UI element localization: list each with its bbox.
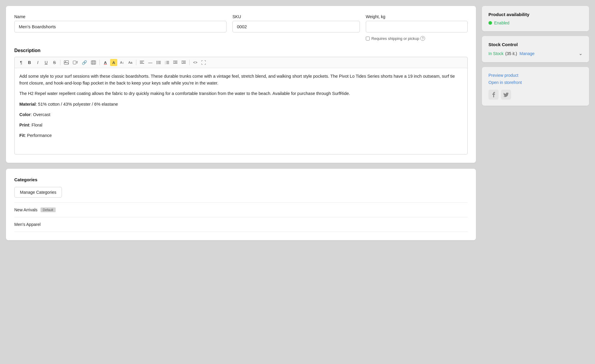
help-icon[interactable]: ? [420, 36, 425, 41]
toolbar-bg-color[interactable]: A [110, 59, 117, 66]
fields-row: Name SKU Weight, kg Requires shipping or… [14, 14, 468, 41]
toolbar-decrease-indent[interactable] [172, 59, 179, 66]
category-name-mens: Men's Apparel [14, 222, 40, 227]
toolbar-image[interactable] [63, 59, 70, 66]
manage-stock-link[interactable]: Manage [519, 51, 535, 56]
stock-row: In Stock (35 it.) Manage ⌄ [488, 51, 582, 56]
sidebar: Product availability Enabled Stock Contr… [482, 6, 589, 106]
toolbar-sep-1 [60, 60, 60, 65]
product-form-card: Name SKU Weight, kg Requires shipping or… [6, 6, 476, 163]
spec-material: Material: 51% cotton / 43% polyester / 6… [19, 101, 463, 108]
spec-color: Color: Overcast [19, 111, 463, 118]
toolbar-unordered-list[interactable] [155, 59, 162, 66]
svg-point-13 [157, 62, 157, 63]
toolbar-italic[interactable]: I [34, 59, 41, 66]
category-item-new-arrivals: New Arrivals Default [14, 203, 468, 217]
svg-rect-2 [73, 61, 76, 64]
stock-status: In Stock [488, 51, 504, 56]
availability-row: Enabled [488, 21, 582, 25]
sku-input[interactable] [232, 21, 360, 32]
toolbar-strikethrough[interactable]: S [51, 59, 58, 66]
preview-card: Preview product Open in storefront [482, 67, 589, 106]
svg-rect-3 [91, 61, 96, 65]
category-list: New Arrivals Default Men's Apparel [14, 202, 468, 232]
spec-print: Print: Floral [19, 122, 463, 129]
editor-toolbar: ¶ B I U S 🔗 A A A↕ Aa [14, 57, 468, 68]
weight-input[interactable] [366, 21, 468, 32]
description-label: Description [14, 48, 468, 53]
toolbar-underline[interactable]: U [43, 59, 50, 66]
stock-title: Stock Control [488, 42, 582, 47]
open-in-storefront-link[interactable]: Open in storefront [488, 80, 582, 85]
toolbar-align-left[interactable] [138, 59, 146, 66]
toolbar-table[interactable] [90, 59, 97, 66]
toolbar-fullscreen[interactable] [200, 59, 207, 66]
toolbar-ordered-list[interactable]: 123 [163, 59, 171, 66]
requires-shipping-label: Requires shipping or pickup ? [371, 36, 425, 41]
shipping-checkbox-row: Requires shipping or pickup ? [366, 36, 468, 41]
stock-chevron-icon[interactable]: ⌄ [579, 51, 582, 56]
availability-title: Product availability [488, 12, 582, 17]
description-para-1: Add some style to your surf sessions wit… [19, 73, 463, 87]
stock-card: Stock Control In Stock (35 it.) Manage ⌄ [482, 36, 589, 62]
default-badge: Default [40, 207, 56, 212]
preview-product-link[interactable]: Preview product [488, 73, 582, 78]
preview-links: Preview product Open in storefront [488, 73, 582, 85]
toolbar-sep-4 [189, 60, 190, 65]
weight-col: Requires shipping or pickup ? [366, 21, 468, 41]
description-para-2: The H2 Repel water repellent coating all… [19, 90, 463, 97]
toolbar-sep-3 [136, 60, 136, 65]
availability-card: Product availability Enabled [482, 6, 589, 31]
spec-fit: Fit: Performance [19, 132, 463, 139]
categories-card: Categories Manage Categories New Arrival… [6, 169, 476, 240]
name-label: Name [14, 14, 227, 19]
sku-field-group: SKU [232, 14, 360, 41]
svg-point-11 [157, 61, 157, 62]
category-item-mens-apparel: Men's Apparel [14, 217, 468, 232]
enabled-dot [488, 21, 492, 25]
facebook-button[interactable] [488, 90, 499, 100]
category-name: New Arrivals [14, 207, 38, 212]
name-field-group: Name [14, 14, 227, 41]
toolbar-paragraph[interactable]: ¶ [18, 59, 25, 66]
toolbar-font-size[interactable]: Aa [127, 59, 134, 66]
weight-label: Weight, kg [366, 14, 468, 19]
twitter-button[interactable] [501, 90, 511, 100]
description-section: Description ¶ B I U S 🔗 A [14, 48, 468, 154]
weight-field-group: Weight, kg Requires shipping or pickup ? [366, 14, 468, 41]
stock-count: (35 it.) [505, 51, 517, 56]
toolbar-video[interactable] [71, 59, 79, 66]
name-input[interactable] [14, 21, 227, 32]
toolbar-link[interactable]: 🔗 [80, 59, 88, 66]
toolbar-increase-indent[interactable] [180, 59, 187, 66]
main-column: Name SKU Weight, kg Requires shipping or… [6, 6, 476, 240]
toolbar-line-height[interactable]: A↕ [118, 59, 126, 66]
toolbar-font-color[interactable]: A [102, 59, 109, 66]
categories-title: Categories [14, 177, 468, 182]
toolbar-source[interactable]: <> [192, 59, 199, 66]
manage-categories-button[interactable]: Manage Categories [14, 187, 62, 198]
svg-point-15 [157, 63, 157, 64]
social-icons [488, 90, 582, 100]
sku-label: SKU [232, 14, 360, 19]
editor-body[interactable]: Add some style to your surf sessions wit… [14, 68, 468, 154]
requires-shipping-checkbox[interactable] [366, 37, 370, 40]
enabled-status: Enabled [494, 21, 509, 25]
toolbar-sep-2 [99, 60, 100, 65]
toolbar-bold[interactable]: B [26, 59, 33, 66]
svg-text:3: 3 [165, 63, 166, 65]
toolbar-hr[interactable]: — [147, 59, 154, 66]
